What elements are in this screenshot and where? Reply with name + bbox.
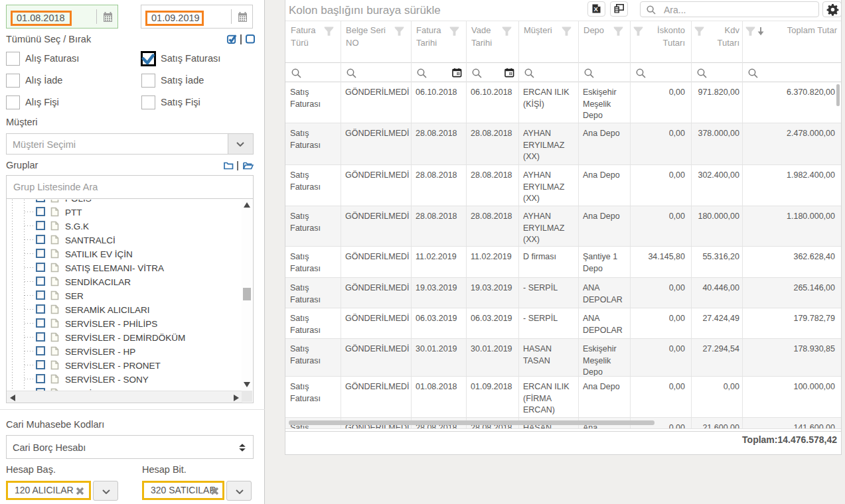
svg-text:X: X <box>593 5 598 13</box>
